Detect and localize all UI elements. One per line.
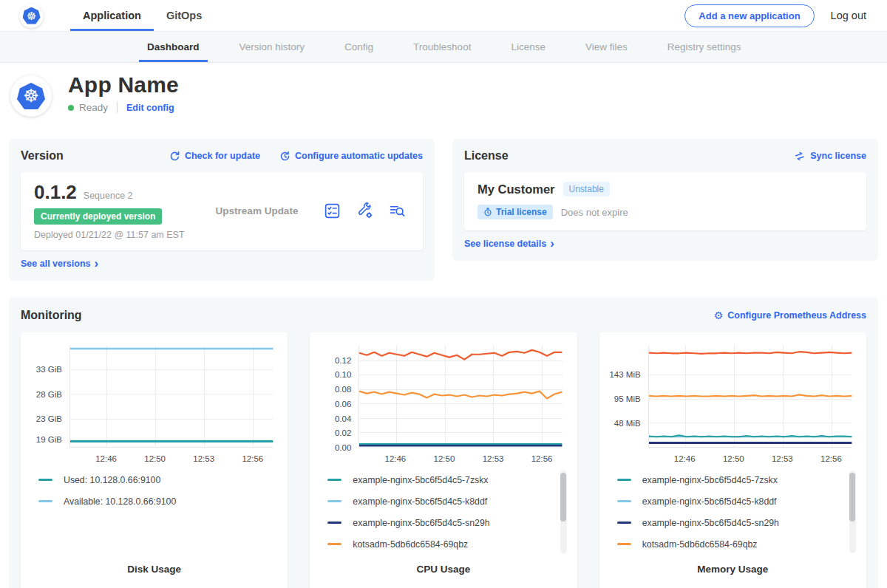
trial-license-badge: Trial license: [478, 205, 553, 219]
plot-area: [648, 346, 852, 448]
expiration-text: Does not expire: [561, 207, 628, 218]
summary-cards-row: Version Check for update Configure autom…: [9, 139, 878, 281]
chart-title: Disk Usage: [28, 555, 280, 585]
see-all-versions-link[interactable]: See all versions ›: [21, 259, 423, 269]
x-axis-labels: 12:4612:5012:5312:56: [648, 448, 852, 468]
sync-icon: [792, 148, 807, 163]
y-axis-labels: 19 GiB23 GiB28 GiB33 GiB: [28, 346, 68, 448]
y-axis-labels: 0.000.020.040.060.080.100.12: [317, 346, 357, 448]
top-tab-application[interactable]: Application: [70, 0, 154, 31]
memory-usage-chart: 48 MiB95 MiB143 MiB 12:4612:5012:5312:56…: [599, 332, 866, 588]
x-axis-labels: 12:4612:5012:5312:56: [69, 448, 273, 468]
status-text: Ready: [79, 102, 108, 113]
monitoring-section: Monitoring ⚙ Configure Prometheus Addres…: [9, 297, 878, 588]
add-new-application-button[interactable]: Add a new application: [684, 4, 814, 27]
check-for-update-label: Check for update: [185, 151, 260, 161]
chart-legend: example-nginx-5bc6f5d4c5-7zskxexample-ng…: [327, 469, 569, 555]
y-axis-labels: 48 MiB95 MiB143 MiB: [607, 346, 647, 448]
legend-item: Used: 10.128.0.66:9100: [38, 469, 280, 490]
tab-version-history[interactable]: Version history: [220, 32, 325, 62]
refresh-icon: [169, 151, 180, 162]
monitoring-title: Monitoring: [21, 309, 82, 322]
top-tab-gitops[interactable]: GitOps: [154, 0, 214, 31]
chart-legend: example-nginx-5bc6f5d4c5-7zskxexample-ng…: [617, 469, 859, 555]
kubernetes-logo-icon: ☸: [19, 4, 44, 28]
plot-area: [358, 346, 562, 448]
tab-license[interactable]: License: [491, 32, 565, 62]
configure-automatic-updates-label: Configure automatic updates: [295, 151, 423, 161]
edit-config-link[interactable]: Edit config: [126, 103, 174, 113]
status-ready-dot-icon: [68, 105, 74, 111]
chart-title: CPU Usage: [317, 555, 569, 585]
version-card: Version Check for update Configure autom…: [9, 139, 435, 281]
page-title: App Name: [68, 72, 179, 98]
configure-automatic-updates-link[interactable]: Configure automatic updates: [279, 151, 423, 162]
trial-license-label: Trial license: [496, 207, 547, 217]
legend-item: example-nginx-5bc6f5d4c5-sn29h: [617, 512, 859, 533]
divider: [117, 102, 118, 113]
app-avatar-kubernetes-icon: ☸: [10, 75, 52, 117]
see-all-versions-label: See all versions: [21, 259, 91, 269]
legend-item: example-nginx-5bc6f5d4c5-k8ddf: [617, 490, 859, 512]
top-tab-gitops-label: GitOps: [166, 10, 202, 21]
cpu-usage-chart: 0.000.020.040.060.080.100.12 12:4612:501…: [310, 332, 577, 588]
sync-license-label: Sync license: [810, 151, 866, 161]
plot-area: [69, 346, 273, 448]
legend-item: kotsadm-5db6dc6584-69qbz: [617, 533, 859, 555]
tab-dashboard[interactable]: Dashboard: [127, 32, 220, 62]
legend-scrollbar[interactable]: [849, 471, 856, 553]
configure-prometheus-label: Configure Prometheus Address: [727, 310, 866, 321]
gear-icon: ⚙: [714, 310, 724, 321]
app-sub-nav: Dashboard Version history Config Trouble…: [0, 32, 887, 63]
view-diff-icon[interactable]: [388, 202, 407, 220]
stopwatch-icon: [483, 208, 492, 216]
current-version-box: 0.1.2 Sequence 2 Currently deployed vers…: [21, 172, 423, 250]
see-license-details-label: See license details: [464, 239, 546, 249]
customer-name: My Customer: [478, 182, 555, 196]
legend-item: example-nginx-5bc6f5d4c5-sn29h: [327, 512, 569, 533]
chart-lines: [70, 346, 273, 447]
chart-lines: [359, 346, 562, 447]
check-for-update-link[interactable]: Check for update: [169, 151, 260, 162]
see-license-details-link[interactable]: See license details ›: [464, 239, 866, 249]
top-nav: ☸ Application GitOps Add a new applicati…: [0, 0, 887, 32]
schedule-update-icon: [279, 151, 290, 162]
sync-license-link[interactable]: Sync license: [794, 151, 866, 162]
x-axis-labels: 12:4612:5012:5312:56: [358, 448, 562, 468]
disk-usage-chart: 19 GiB23 GiB28 GiB33 GiB 12:4612:5012:53…: [21, 332, 288, 588]
preflight-checks-icon[interactable]: [323, 202, 341, 220]
chevron-right-icon: ›: [550, 240, 554, 247]
app-header: ☸ App Name Ready Edit config: [0, 63, 887, 131]
currently-deployed-badge: Currently deployed version: [34, 208, 162, 225]
tab-view-files[interactable]: View files: [565, 32, 648, 62]
top-tab-application-label: Application: [83, 10, 141, 21]
chart-legend: Used: 10.128.0.66:9100Available: 10.128.…: [38, 469, 280, 512]
legend-item: example-nginx-5bc6f5d4c5-k8ddf: [327, 490, 569, 512]
tab-registry-settings[interactable]: Registry settings: [648, 32, 761, 62]
license-card: License Sync license My Customer Unstabl…: [452, 139, 878, 261]
deployed-timestamp: Deployed 01/21/22 @ 11:57 am EST: [34, 230, 191, 240]
charts-row: 19 GiB23 GiB28 GiB33 GiB 12:4612:5012:53…: [21, 332, 866, 588]
legend-item: example-nginx-5bc6f5d4c5-7zskx: [327, 469, 569, 490]
sequence-label: Sequence 2: [84, 191, 133, 201]
chart-lines: [649, 346, 852, 447]
tab-troubleshoot[interactable]: Troubleshoot: [393, 32, 491, 62]
chart-title: Memory Usage: [607, 555, 859, 585]
logout-button[interactable]: Log out: [831, 10, 866, 21]
legend-item: example-nginx-5bc6f5d4c5-7zskx: [617, 469, 859, 490]
top-nav-tabs: Application GitOps: [70, 0, 214, 31]
version-card-title: Version: [21, 149, 64, 163]
tab-config[interactable]: Config: [324, 32, 393, 62]
config-icon[interactable]: [356, 202, 374, 220]
legend-item: kotsadm-5db6dc6584-69qbz: [327, 533, 569, 555]
channel-badge: Unstable: [563, 182, 610, 196]
legend-scrollbar[interactable]: [560, 471, 567, 553]
version-number: 0.1.2: [34, 181, 77, 204]
legend-item: Available: 10.128.0.66:9100: [38, 490, 280, 512]
version-source-label: Upstream Update: [191, 205, 323, 216]
license-box: My Customer Unstable Trial license Does …: [464, 172, 866, 230]
chevron-right-icon: ›: [95, 260, 99, 267]
configure-prometheus-link[interactable]: ⚙ Configure Prometheus Address: [714, 310, 866, 321]
license-card-title: License: [464, 149, 509, 163]
